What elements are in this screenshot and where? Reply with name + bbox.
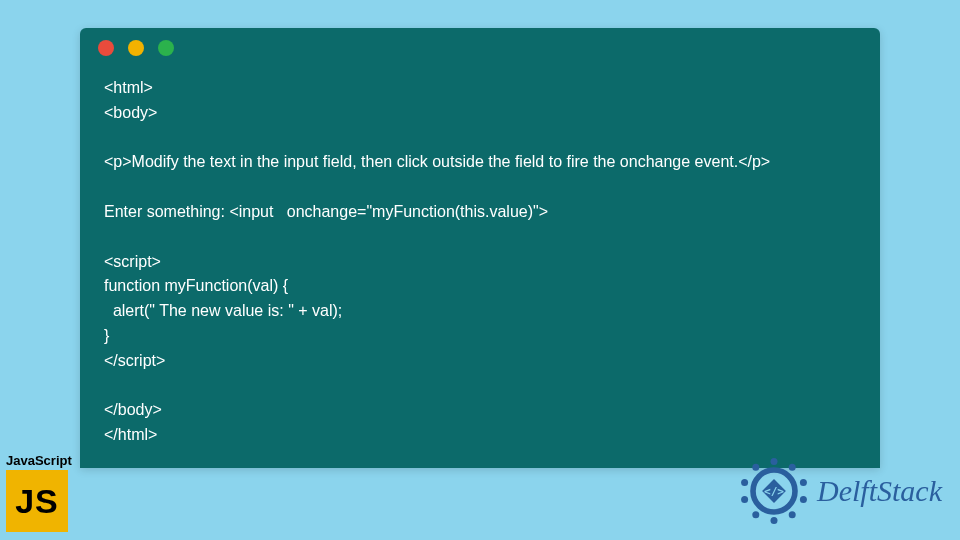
- javascript-tile-icon: JS: [6, 470, 68, 532]
- code-window: <html> <body> <p>Modify the text in the …: [80, 28, 880, 468]
- window-close-dot: [98, 40, 114, 56]
- javascript-tile-text: JS: [15, 482, 59, 521]
- svg-point-3: [800, 496, 807, 503]
- svg-point-4: [789, 511, 796, 518]
- code-body: <html> <body> <p>Modify the text in the …: [80, 68, 880, 468]
- window-maximize-dot: [158, 40, 174, 56]
- svg-point-5: [771, 517, 778, 524]
- brand-name: DelftStack: [817, 474, 942, 508]
- svg-point-7: [741, 496, 748, 503]
- window-minimize-dot: [128, 40, 144, 56]
- svg-point-8: [741, 479, 748, 486]
- svg-point-9: [752, 464, 759, 471]
- svg-point-1: [789, 464, 796, 471]
- javascript-badge: JavaScript JS: [6, 453, 72, 532]
- brand: </> DelftStack: [739, 456, 942, 526]
- brand-logo-icon: </>: [739, 456, 809, 526]
- svg-point-0: [771, 458, 778, 465]
- window-titlebar: [80, 28, 880, 68]
- svg-point-2: [800, 479, 807, 486]
- svg-text:</>: </>: [764, 485, 784, 498]
- javascript-label: JavaScript: [6, 453, 72, 468]
- svg-point-6: [752, 511, 759, 518]
